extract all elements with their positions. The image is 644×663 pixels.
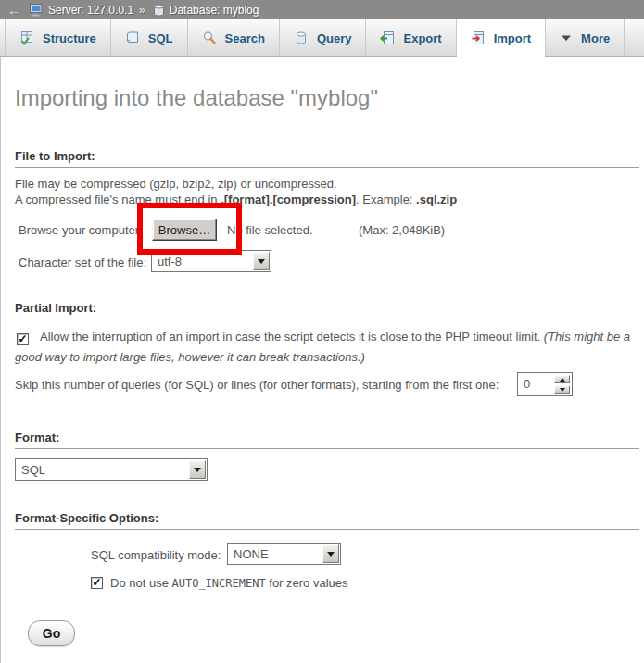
format-specific-options-heading: Format-Specific Options:	[15, 511, 639, 530]
back-arrow-icon[interactable]: ←	[0, 3, 28, 18]
breadcrumb-separator: »	[139, 4, 145, 17]
tab-label: Import	[494, 31, 531, 45]
auto-increment-code: AUTO_INCREMENT	[172, 577, 266, 590]
charset-select-value: utf-8	[152, 255, 252, 269]
tab-label: Search	[225, 31, 265, 45]
search-icon	[202, 31, 217, 45]
skip-queries-label: Skip this number of queries (for SQL) or…	[15, 378, 499, 392]
sql-compatibility-label: SQL compatibility mode:	[91, 548, 221, 562]
partial-import-heading: Partial Import:	[15, 301, 639, 319]
format-heading: Format:	[15, 431, 639, 449]
structure-icon	[19, 31, 34, 45]
charset-label: Character set of the file:	[19, 256, 146, 269]
server-icon	[30, 4, 44, 17]
stepper-up-icon[interactable]	[554, 375, 570, 383]
chevron-down-icon	[560, 32, 573, 44]
tab-label: More	[581, 31, 610, 45]
max-upload-size-text: (Max: 2,048KiB)	[359, 223, 445, 237]
breadcrumb-database-link[interactable]: Database: myblog	[170, 4, 259, 17]
format-select[interactable]: SQL	[15, 458, 208, 481]
tab-search[interactable]: Search	[188, 19, 280, 56]
stepper-down-icon[interactable]	[554, 385, 570, 394]
sql-icon	[125, 31, 140, 45]
allow-interruption-label: Allow the interruption of an import in c…	[40, 330, 544, 344]
browse-computer-label: Browse your computer:	[19, 223, 143, 237]
compression-naming-text: A compressed file's name must end in .[f…	[15, 193, 457, 206]
allow-interruption-row: ✓Allow the interruption of an import in …	[15, 327, 634, 368]
tab-sql[interactable]: SQL	[111, 19, 188, 56]
allow-interruption-checkbox[interactable]: ✓	[17, 333, 29, 345]
file-to-import-heading: File to Import:	[15, 149, 639, 168]
dropdown-arrow-icon[interactable]	[253, 252, 270, 270]
export-icon	[380, 31, 395, 45]
tab-label: Query	[317, 31, 352, 45]
dropdown-arrow-icon[interactable]	[322, 544, 339, 563]
tab-label: SQL	[148, 31, 173, 45]
sql-compatibility-value: NONE	[228, 547, 322, 561]
tab-import[interactable]: Import	[457, 19, 546, 56]
tab-bar: Structure SQL Search	[0, 19, 644, 57]
go-button[interactable]: Go	[28, 620, 75, 646]
page-title: Importing into the database "myblog"	[15, 85, 378, 111]
auto-increment-label: Do not use AUTO_INCREMENT for zero value…	[110, 576, 348, 590]
skip-queries-stepper[interactable]: 0	[517, 372, 573, 396]
tab-structure[interactable]: Structure	[5, 19, 111, 56]
checkmark-icon: ✓	[18, 333, 27, 344]
content-left-border	[0, 57, 1, 663]
no-file-selected-text: No file selected.	[227, 223, 313, 237]
checkmark-icon: ✓	[92, 577, 101, 588]
tab-query[interactable]: Query	[280, 19, 367, 56]
skip-queries-value: 0	[518, 373, 554, 395]
auto-increment-row: ✓ Do not use AUTO_INCREMENT for zero val…	[91, 576, 348, 590]
phpmyadmin-import-page: ← Server: 127.0.0.1 » Database: myblog	[0, 0, 644, 663]
tab-export[interactable]: Export	[366, 19, 456, 56]
database-icon	[153, 4, 165, 17]
tab-label: Export	[403, 31, 441, 45]
import-icon	[471, 31, 486, 45]
dropdown-arrow-icon[interactable]	[189, 460, 206, 479]
tab-label: Structure	[43, 31, 96, 45]
tab-bar-filler	[625, 19, 644, 56]
browse-button[interactable]: Browse…	[152, 219, 217, 241]
query-icon	[294, 31, 309, 45]
auto-increment-checkbox[interactable]: ✓	[91, 577, 103, 589]
format-select-value: SQL	[16, 463, 188, 477]
breadcrumb-server-link[interactable]: Server: 127.0.0.1	[48, 4, 133, 17]
compression-info-text: File may be compressed (gzip, bzip2, zip…	[15, 177, 337, 191]
breadcrumb: ← Server: 127.0.0.1 » Database: myblog	[0, 0, 644, 19]
charset-select[interactable]: utf-8	[151, 250, 271, 272]
sql-compatibility-select[interactable]: NONE	[227, 543, 341, 565]
tab-more[interactable]: More	[546, 19, 625, 56]
